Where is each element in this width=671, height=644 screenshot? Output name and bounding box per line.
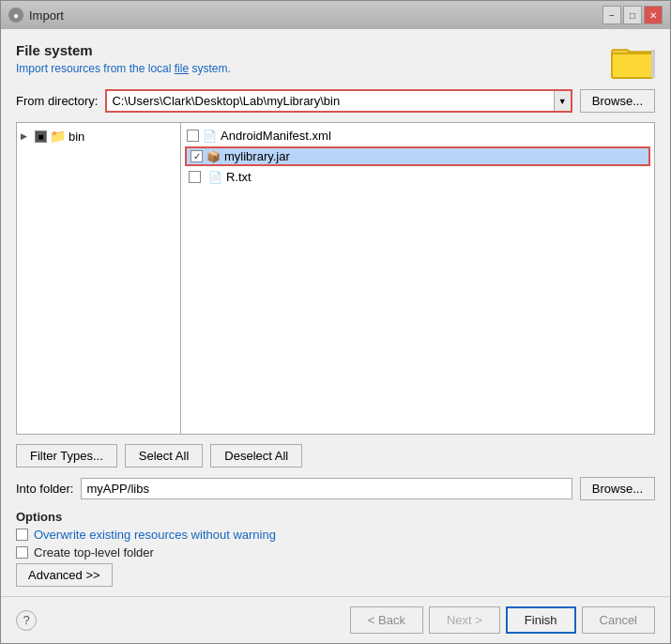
into-folder-label: Into folder: xyxy=(16,482,73,496)
page-title: File system xyxy=(16,42,231,58)
page-subtitle: Import resources from the local file sys… xyxy=(16,62,231,75)
combo-arrow-icon[interactable]: ▼ xyxy=(554,91,571,111)
action-button-row: Filter Types... Select All Deselect All xyxy=(16,444,655,468)
right-pane[interactable]: 📄 AndroidManifest.xml ✓ 📦 mylibrary.jar … xyxy=(181,123,654,434)
back-button[interactable]: < Back xyxy=(350,606,423,634)
expand-arrow-icon: ▶ xyxy=(21,131,32,141)
minimize-button[interactable]: − xyxy=(602,6,621,24)
file-icon-androidmanifest: 📄 xyxy=(203,130,217,143)
tree-item-bin[interactable]: ▶ ■ 📁 bin xyxy=(17,127,180,146)
dialog-footer: ? < Back Next > Finish Cancel xyxy=(1,596,670,643)
select-all-button[interactable]: Select All xyxy=(125,444,203,468)
advanced-button[interactable]: Advanced >> xyxy=(16,563,113,587)
left-pane[interactable]: ▶ ■ 📁 bin xyxy=(17,123,181,434)
next-button[interactable]: Next > xyxy=(429,606,500,634)
bin-folder-icon: 📁 xyxy=(50,129,66,144)
help-button[interactable]: ? xyxy=(16,610,37,631)
folder-icon xyxy=(610,42,655,80)
file-item-rtxt[interactable]: 📄 R.txt xyxy=(181,168,654,186)
mylibrary-checkbox[interactable]: ✓ xyxy=(191,150,203,162)
directory-combo[interactable]: ▼ xyxy=(105,89,572,113)
cancel-button[interactable]: Cancel xyxy=(582,606,655,634)
dialog-content: File system Import resources from the lo… xyxy=(1,29,670,596)
directory-input[interactable] xyxy=(107,91,553,111)
svg-rect-2 xyxy=(612,54,653,78)
file-icon-rtxt: 📄 xyxy=(208,171,222,184)
directory-row: From directory: ▼ Browse... xyxy=(16,89,655,113)
options-title: Options xyxy=(16,510,655,524)
dialog-title: Import xyxy=(29,8,64,23)
bin-label: bin xyxy=(69,130,84,144)
create-toplevel-label: Create top-level folder xyxy=(34,545,154,560)
finish-button[interactable]: Finish xyxy=(506,606,576,634)
androidmanifest-checkbox[interactable] xyxy=(187,130,199,142)
maximize-button[interactable]: □ xyxy=(623,6,642,24)
title-bar: ● Import − □ ✕ xyxy=(1,1,670,29)
header-section: File system Import resources from the lo… xyxy=(16,42,655,80)
filter-types-button[interactable]: Filter Types... xyxy=(16,444,117,468)
svg-rect-3 xyxy=(651,50,655,78)
title-bar-left: ● Import xyxy=(8,8,64,23)
overwrite-checkbox[interactable] xyxy=(16,529,28,541)
file-item-androidmanifest[interactable]: 📄 AndroidManifest.xml xyxy=(181,127,654,145)
footer-left: ? xyxy=(16,610,37,631)
into-folder-input[interactable] xyxy=(81,478,572,499)
footer-buttons: < Back Next > Finish Cancel xyxy=(350,606,655,634)
create-toplevel-option-row: Create top-level folder xyxy=(16,545,655,560)
bin-checkbox[interactable]: ■ xyxy=(35,130,47,143)
tree-panel: ▶ ■ 📁 bin 📄 AndroidManifest.xml ✓ xyxy=(16,122,655,435)
mylibrary-label: mylibrary.jar xyxy=(224,149,290,163)
from-directory-label: From directory: xyxy=(16,94,98,108)
dialog-icon: ● xyxy=(8,8,23,23)
create-toplevel-checkbox[interactable] xyxy=(16,546,28,559)
overwrite-option-row: Overwrite existing resources without war… xyxy=(16,528,655,542)
title-buttons: − □ ✕ xyxy=(602,6,663,24)
close-button[interactable]: ✕ xyxy=(644,6,663,24)
into-folder-browse-button[interactable]: Browse... xyxy=(580,477,655,500)
androidmanifest-label: AndroidManifest.xml xyxy=(221,129,331,143)
into-folder-row: Into folder: Browse... xyxy=(16,477,655,500)
overwrite-label: Overwrite existing resources without war… xyxy=(34,528,276,542)
file-item-mylibrary[interactable]: ✓ 📦 mylibrary.jar xyxy=(181,145,654,168)
deselect-all-button[interactable]: Deselect All xyxy=(210,444,302,468)
directory-browse-button[interactable]: Browse... xyxy=(580,89,655,113)
import-dialog: ● Import − □ ✕ File system Import resour… xyxy=(0,0,671,644)
options-section: Options Overwrite existing resources wit… xyxy=(16,510,655,587)
file-icon-mylibrary: 📦 xyxy=(206,150,221,163)
rtxt-label: R.txt xyxy=(226,170,252,184)
header-text: File system Import resources from the lo… xyxy=(16,42,231,75)
rtxt-checkbox[interactable] xyxy=(189,171,201,183)
